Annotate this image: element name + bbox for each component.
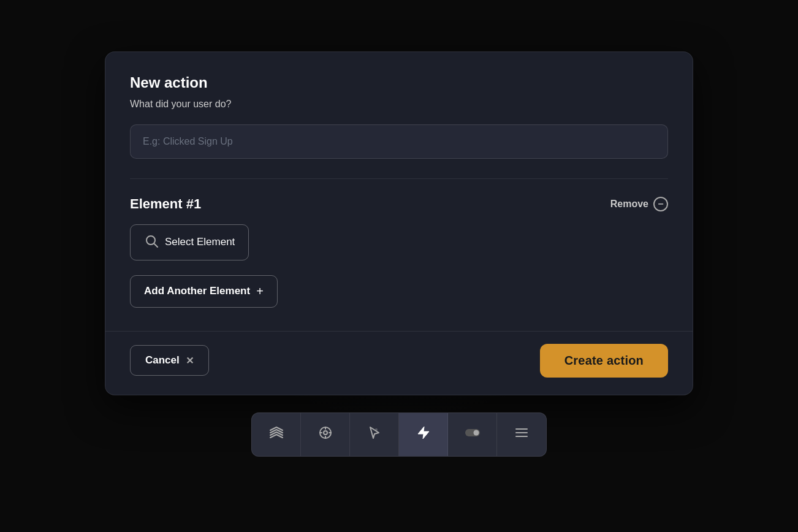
menu-icon [514, 425, 529, 444]
minus-circle-icon: − [653, 197, 668, 211]
cancel-label: Cancel [145, 354, 180, 367]
modal-footer: Cancel ✕ Create action [105, 331, 693, 395]
select-element-label: Select Element [165, 236, 235, 248]
toggle-toolbar-item[interactable] [448, 413, 497, 456]
plus-icon: + [256, 284, 264, 298]
bolt-toolbar-item[interactable] [399, 413, 448, 456]
cursor-icon [367, 425, 382, 444]
remove-button[interactable]: Remove − [610, 197, 668, 211]
svg-line-1 [154, 244, 158, 247]
add-another-label: Add Another Element [144, 285, 250, 297]
element-header: Element #1 Remove − [130, 196, 668, 212]
section-divider [130, 178, 668, 179]
svg-point-10 [473, 430, 479, 435]
cursor-toolbar-item[interactable] [350, 413, 399, 456]
element-section: Element #1 Remove − Select Element [130, 196, 668, 260]
bolt-icon [416, 425, 431, 444]
layers-icon [269, 425, 284, 444]
menu-toolbar-item[interactable] [497, 413, 546, 456]
target-toolbar-item[interactable] [301, 413, 350, 456]
svg-point-3 [324, 431, 327, 435]
create-action-button[interactable]: Create action [540, 344, 668, 378]
bottom-toolbar [251, 412, 547, 457]
modal-wrapper: New action What did your user do? Elemen… [105, 51, 693, 457]
toggle-icon [465, 425, 480, 444]
close-icon: ✕ [186, 355, 194, 367]
add-another-element-button[interactable]: Add Another Element + [130, 275, 278, 308]
modal-title: New action [130, 74, 668, 91]
remove-label: Remove [610, 199, 648, 210]
modal-body: New action What did your user do? Elemen… [105, 52, 693, 326]
action-name-input[interactable] [130, 124, 668, 159]
create-action-label: Create action [564, 354, 644, 367]
svg-point-0 [146, 236, 155, 245]
select-element-button[interactable]: Select Element [130, 224, 249, 260]
target-icon [318, 425, 333, 444]
modal-subtitle: What did your user do? [130, 99, 668, 110]
svg-point-8 [375, 428, 378, 431]
search-icon [144, 234, 159, 251]
new-action-modal: New action What did your user do? Elemen… [105, 51, 693, 395]
cancel-button[interactable]: Cancel ✕ [130, 345, 209, 376]
layers-toolbar-item[interactable] [252, 413, 301, 456]
element-title: Element #1 [130, 196, 201, 212]
